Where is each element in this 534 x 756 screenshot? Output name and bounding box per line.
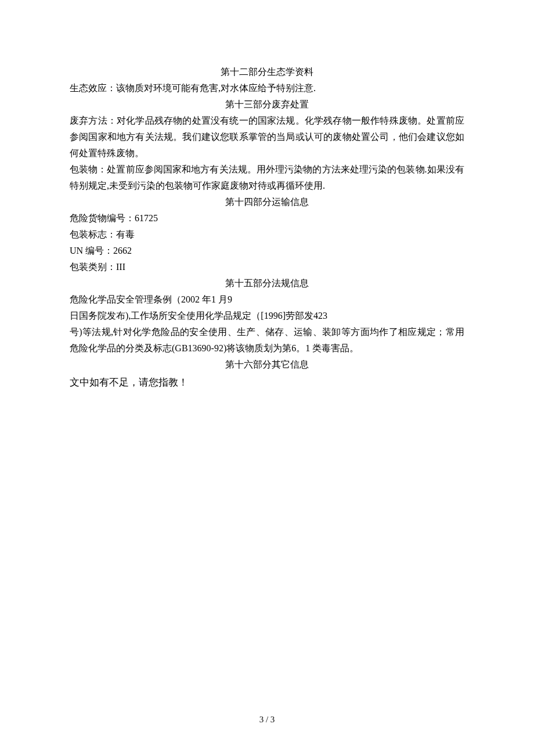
- document-page: 第十二部分生态学资料 生态效应：该物质对环境可能有危害,对水体应给予特别注意. …: [0, 0, 534, 756]
- section-14-line-3: UN 编号：2662: [70, 243, 464, 259]
- section-13-body-2: 包装物：处置前应参阅国家和地方有关法规。用外理污染物的方法来处理污染的包装物.如…: [70, 161, 464, 194]
- section-15-heading: 第十五部分法规信息: [70, 275, 464, 291]
- section-16-heading: 第十六部分其它信息: [70, 357, 464, 373]
- section-15-line-2: 日国务院发布),工作场所安全使用化学品规定（[1996]劳部发423: [70, 308, 464, 324]
- section-14-line-1: 危险货物编号：61725: [70, 210, 464, 226]
- section-13-body-1: 废弃方法：对化学品残存物的处置没有统一的国家法规。化学残存物一般作特殊废物。处置…: [70, 113, 464, 161]
- closing-remark: 文中如有不足，请您指教！: [70, 374, 464, 391]
- section-13-heading: 第十三部分废弃处置: [70, 96, 464, 113]
- section-14-heading: 第十四部分运输信息: [70, 194, 464, 210]
- page-footer: 3 / 3: [0, 712, 534, 727]
- section-14-line-2: 包装标志：有毒: [70, 226, 464, 243]
- section-15-line-1: 危险化学品安全管理条例（2002 年1 月9: [70, 291, 464, 308]
- section-12-heading: 第十二部分生态学资料: [70, 64, 464, 80]
- section-14-line-4: 包装类别：III: [70, 259, 464, 275]
- section-15-line-3: 号)等法规,针对化学危险品的安全使用、生产、储存、运输、装卸等方面均作了相应规定…: [70, 324, 464, 357]
- section-12-body: 生态效应：该物质对环境可能有危害,对水体应给予特别注意.: [70, 80, 464, 96]
